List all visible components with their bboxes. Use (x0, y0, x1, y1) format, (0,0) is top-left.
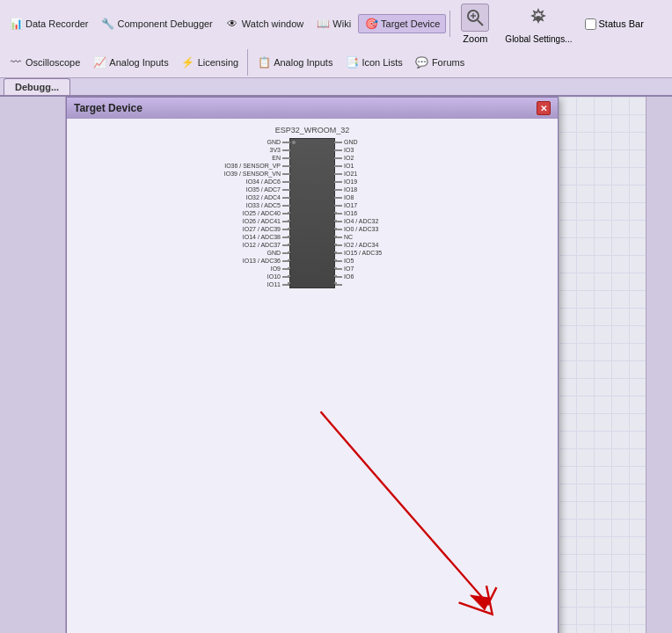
chip-pin-indicator-right (334, 197, 337, 199)
chip-pin-indicator-right (334, 220, 337, 222)
pin-row: IO34 / ADC6 (219, 178, 289, 186)
main-area: Target Device ✕ ESP32_WROOM_32 GND 3V3 E… (0, 97, 672, 633)
chip-pin-indicator-right (334, 251, 337, 253)
chip-pin-indicator-right (334, 282, 337, 284)
pin-row: IO4 / ADC32 (335, 217, 405, 225)
chip-pin-indicator (288, 251, 290, 253)
watch-window-button[interactable]: 👁 Watch window (220, 15, 310, 33)
pin-row: IO26 / ADC41 (219, 217, 289, 225)
pin-row: IO16 (335, 209, 405, 217)
digital-pins-icon: ⚡ (181, 55, 195, 69)
canvas-area[interactable]: Target Device ✕ ESP32_WROOM_32 GND 3V3 E… (66, 97, 646, 633)
pin-row: IO7 (335, 265, 405, 273)
chip-pin-indicator (288, 149, 290, 151)
chip-pin-indicator-right (334, 212, 337, 214)
pin-row: IO6 (335, 273, 405, 280)
chip-pin-indicator-right (334, 205, 337, 207)
pin-row: IO33 / ADC5 (219, 201, 289, 209)
left-sidebar (0, 97, 66, 633)
licensing-button[interactable]: 📋 Analog Inputs (252, 54, 338, 71)
status-bar-checkbox[interactable] (585, 18, 596, 30)
chip-pin-indicator (288, 212, 290, 214)
chip-pin-indicator (288, 157, 290, 159)
svg-line-1 (478, 20, 483, 25)
wiki-button[interactable]: 📖 Wiki (310, 15, 356, 33)
wiki-icon: 📖 (316, 17, 330, 31)
chip-pin-indicator-right (334, 165, 337, 167)
chip-body (289, 138, 335, 288)
pin-row: 3V3 (219, 146, 289, 154)
dialog-title: Target Device (74, 102, 142, 114)
zoom-button[interactable]: Zoom (454, 2, 496, 46)
chip-pin-indicator-right (334, 189, 337, 191)
oscilloscope-button[interactable]: 〰 Oscilloscope (4, 54, 85, 71)
toolbar-separator-1 (449, 11, 450, 37)
pin-row: IO12 / ADC37 (219, 241, 289, 249)
toolbar-row1: 📊 Data Recorder 🔧 Component Debugger 👁 W… (0, 0, 672, 47)
chip-pin-indicator-right (334, 157, 337, 159)
pin-row: IO39 / SENSOR_VN (219, 170, 289, 178)
chip-assembly: GND 3V3 EN IO36 / SENSOR_VP IO39 / SENSO… (74, 138, 551, 288)
forums-button[interactable]: 💬 Forums (410, 54, 470, 71)
dialog-content: ESP32_WROOM_32 GND 3V3 EN IO36 / SENSOR_… (67, 119, 558, 633)
pin-row: IO10 (219, 273, 289, 280)
chip-pin-indicator (288, 220, 290, 222)
pin-row: IO1 (335, 162, 405, 170)
pin-row: IO17 (335, 201, 405, 209)
status-bar-checkbox-area: Status Bar (581, 17, 647, 32)
pin-row: IO3 (335, 146, 405, 154)
pin-row: IO11 (219, 280, 289, 288)
zoom-icon (461, 4, 489, 32)
chip-right-pins: GND IO3 IO2 IO1 IO21 IO19 IO18 IO8 IO17 … (335, 138, 405, 288)
chip-pin-indicator-right (334, 259, 337, 261)
analog-inputs-icon: 📈 (92, 55, 106, 69)
target-device-dialog: Target Device ✕ ESP32_WROOM_32 GND 3V3 E… (66, 97, 559, 633)
data-recorder-icon: 📊 (9, 17, 23, 31)
chip-pin-indicator (288, 282, 290, 284)
pin-row: IO14 / ADC38 (219, 233, 289, 241)
zoom-control: Zoom (454, 2, 496, 46)
pin-row: EN (219, 154, 289, 162)
chip-pin-indicator-right (334, 275, 337, 277)
licensing-label: Analog Inputs (274, 57, 332, 68)
digital-pins-button[interactable]: ⚡ Licensing (176, 54, 244, 71)
chip-pin-indicator-right (334, 244, 337, 245)
chip-pin-indicator (288, 189, 290, 191)
pin-row (335, 280, 405, 288)
toolbar-separator-2 (247, 49, 248, 76)
pin-row: GND (335, 138, 405, 146)
pin-row: IO35 / ADC7 (219, 186, 289, 193)
chip-pin-indicator (288, 181, 290, 183)
chip-pin-indicator-right (334, 173, 337, 175)
chip-pin-indicator-right (334, 181, 337, 183)
component-debugger-button[interactable]: 🔧 Component Debugger (96, 15, 218, 33)
dialog-titlebar[interactable]: Target Device ✕ (67, 98, 558, 119)
analog-inputs-button[interactable]: 📈 Analog Inputs (87, 54, 173, 71)
chip-pin-indicator (288, 267, 290, 269)
pin-row: IO13 / ADC36 (219, 257, 289, 265)
chip-pin-indicator (288, 165, 290, 167)
pin-row: GND (219, 138, 289, 146)
pin-row: IO8 (335, 193, 405, 201)
pin-row: IO36 / SENSOR_VP (219, 162, 289, 170)
forums-icon: 💬 (415, 55, 429, 69)
tabs-area: Debugg... (0, 78, 672, 97)
chip-name-label: ESP32_WROOM_32 (74, 126, 551, 135)
global-settings-button[interactable]: Global Settings... (498, 3, 579, 46)
chip-pin-indicator-right (334, 236, 337, 237)
data-recorder-button[interactable]: 📊 Data Recorder (4, 15, 94, 33)
icon-lists-button[interactable]: 📑 Icon Lists (340, 54, 407, 71)
target-device-button[interactable]: 🎯 Target Device (358, 14, 446, 33)
global-settings-icon (524, 4, 552, 33)
chip-pin-indicator (288, 142, 290, 143)
chip-pin-indicator (288, 228, 290, 229)
chip-pin-indicator-right (334, 228, 337, 229)
dialog-close-button[interactable]: ✕ (537, 101, 551, 115)
toolbar-row2: 〰 Oscilloscope 📈 Analog Inputs ⚡ Licensi… (0, 47, 672, 77)
oscilloscope-icon: 〰 (9, 55, 23, 69)
pin-row: IO32 / ADC4 (219, 193, 289, 201)
chip-pin-indicator (288, 244, 290, 245)
target-device-icon: 🎯 (364, 17, 378, 31)
pin-row: IO0 / ADC33 (335, 225, 405, 233)
debug-tab[interactable]: Debugg... (4, 78, 70, 95)
